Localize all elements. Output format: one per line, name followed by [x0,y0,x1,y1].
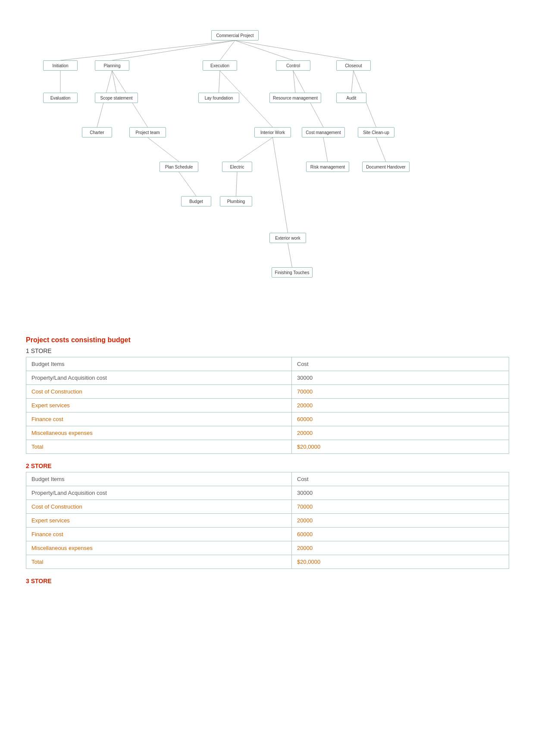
table-cell: Miscellaneous expenses [26,541,292,555]
chart-node-siteclean: Site Clean-up [358,127,394,137]
chart-node-evaluation: Evaluation [43,93,78,103]
svg-line-18 [376,137,386,162]
table-cell: Total [26,440,292,454]
table-cell: 30000 [292,371,509,385]
chart-node-planning: Planning [95,60,129,71]
svg-line-17 [323,137,328,162]
table-row: Miscellaneous expenses20000 [26,426,509,440]
table-cell: Miscellaneous expenses [26,426,292,440]
chart-node-execution: Execution [203,60,237,71]
chart-node-plumbing: Plumbing [220,196,252,206]
table-row: Expert services20000 [26,399,509,412]
chart-node-exteriorwork: Exterior work [269,233,306,243]
table-cell: 60000 [292,412,509,426]
table-cell: 30000 [292,486,509,500]
table-cell: 20000 [292,399,509,412]
svg-line-20 [236,172,238,196]
chart-node-plansched: Plan Schedule [160,162,198,172]
table-cell: $20,0000 [292,440,509,454]
table-cell: Expert services [26,399,292,412]
table-cell: Finance cost [26,412,292,426]
table-row: Property/Land Acquisition cost30000 [26,486,509,500]
table-header: Budget Items [26,472,292,486]
table-cell: Finance cost [26,528,292,541]
table-row: Cost of Construction70000 [26,500,509,514]
table-header: Budget Items [26,357,292,371]
table-cell: Property/Land Acquisition cost [26,486,292,500]
table-cell: 60000 [292,528,509,541]
store-label-2: 3 STORE [26,578,509,584]
svg-line-0 [60,41,235,60]
svg-line-4 [235,41,354,60]
svg-line-3 [235,41,293,60]
table-row: Finance cost60000 [26,412,509,426]
svg-line-9 [351,71,354,93]
chart-node-initiation: Initiation [43,60,78,71]
chart-node-commercial: Commercial Project [211,30,259,41]
chart-node-electric: Electric [222,162,252,172]
chart-node-projectteam: Project team [129,127,166,137]
table-header: Cost [292,472,509,486]
chart-node-scope: Scope statement [95,93,138,103]
svg-line-2 [220,41,235,60]
svg-line-21 [273,137,288,233]
svg-line-19 [179,172,196,196]
table-cell: Property/Land Acquisition cost [26,371,292,385]
svg-line-16 [237,137,273,162]
table-cell: Cost of Construction [26,385,292,399]
table-row: Expert services20000 [26,514,509,528]
table-cell: Cost of Construction [26,500,292,514]
chart-node-closeout: Closeout [336,60,371,71]
table-row: Miscellaneous expenses20000 [26,541,509,555]
chart-node-resource: Resource management [269,93,321,103]
table-cell: $20,0000 [292,555,509,569]
chart-node-audit: Audit [336,93,366,103]
table-cell: 20000 [292,541,509,555]
table-cell: 70000 [292,500,509,514]
chart-node-dochandover: Document Handover [362,162,410,172]
svg-line-22 [288,243,292,267]
chart-node-interiorwork: Interior Work [254,127,291,137]
store-table-0: Budget ItemsCostProperty/Land Acquisitio… [26,357,509,454]
store-table-1: Budget ItemsCostProperty/Land Acquisitio… [26,472,509,569]
chart-node-finishingtouches: Finishing Touches [272,267,313,278]
chart-node-charter: Charter [82,127,112,137]
store-label-1: 2 STORE [26,462,509,469]
table-cell: 20000 [292,426,509,440]
chart-node-layfound: Lay foundation [198,93,239,103]
chart-node-control: Control [276,60,310,71]
chart-node-budget: Budget [181,196,211,206]
section-title: Project costs consisting budget [26,336,509,344]
table-row: Finance cost60000 [26,528,509,541]
table-row: Property/Land Acquisition cost30000 [26,371,509,385]
chart-node-costmgmt: Cost management [302,127,345,137]
store-label-0: 1 STORE [26,347,509,354]
svg-line-7 [219,71,220,93]
table-row: Total$20,0000 [26,555,509,569]
svg-line-1 [112,41,235,60]
table-cell: Expert services [26,514,292,528]
table-cell: Total [26,555,292,569]
table-cell: 20000 [292,514,509,528]
org-chart: Commercial ProjectInitiationPlanningExec… [26,17,509,319]
table-row: Total$20,0000 [26,440,509,454]
chart-node-riskmgmt: Risk management [306,162,349,172]
table-cell: 70000 [292,385,509,399]
table-row: Cost of Construction70000 [26,385,509,399]
svg-line-15 [148,137,179,162]
table-header: Cost [292,357,509,371]
